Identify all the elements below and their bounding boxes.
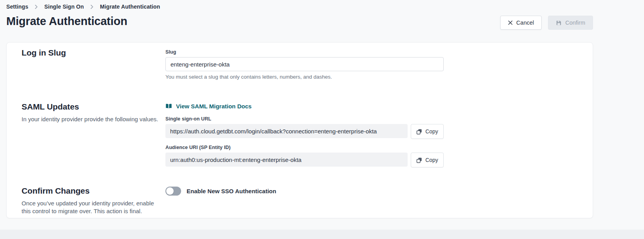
login-slug-heading: Log in Slug (22, 48, 165, 58)
section-confirm-changes: Confirm Changes Once you’ve updated your… (22, 186, 578, 216)
page-bottom-strip (0, 230, 644, 239)
audience-uri-field[interactable] (165, 153, 408, 167)
audience-uri-label: Audience URI (SP Entity ID) (165, 145, 578, 150)
view-saml-migration-docs-link[interactable]: View SAML Migration Docs (165, 103, 252, 110)
sso-url-label: Single sign-on URL (165, 116, 578, 122)
sso-url-field[interactable] (165, 124, 408, 138)
copy-icon (416, 157, 422, 163)
copy-button-label: Copy (425, 128, 438, 135)
open-book-icon (165, 104, 172, 109)
confirm-button[interactable]: Confirm (548, 16, 593, 30)
copy-button-label: Copy (425, 157, 438, 163)
copy-sso-url-button[interactable]: Copy (411, 124, 444, 139)
sso-url-row: Copy (165, 124, 578, 139)
section-login-slug: Log in Slug Slug You must select a slug … (22, 48, 578, 80)
slug-label: Slug (165, 49, 578, 55)
enable-sso-toggle-label: Enable New SSO Authentication (187, 188, 276, 194)
cancel-button-label: Cancel (516, 20, 534, 26)
page-header: Migrate Authentication Cancel Confirm (0, 10, 644, 30)
chevron-right-icon (34, 5, 38, 9)
slug-input[interactable] (165, 57, 444, 71)
saml-updates-description: In your identity provider provide the fo… (22, 115, 165, 123)
copy-icon (416, 129, 422, 135)
page-title: Migrate Authentication (6, 15, 127, 28)
save-icon (556, 20, 562, 26)
saml-updates-heading: SAML Updates (22, 102, 165, 111)
enable-sso-toggle-row: Enable New SSO Authentication (165, 187, 578, 196)
confirm-changes-heading: Confirm Changes (22, 186, 165, 196)
confirm-changes-description: Once you’ve updated your identity provid… (22, 199, 157, 216)
close-icon (508, 20, 513, 25)
section-saml-updates: SAML Updates In your identity provider p… (22, 102, 578, 167)
header-actions: Cancel Confirm (500, 16, 593, 30)
cancel-button[interactable]: Cancel (500, 16, 542, 30)
view-saml-migration-docs-label: View SAML Migration Docs (176, 103, 252, 110)
copy-audience-uri-button[interactable]: Copy (411, 153, 444, 167)
audience-uri-row: Copy (165, 153, 578, 167)
breadcrumb-settings[interactable]: Settings (6, 4, 28, 10)
breadcrumb-single-sign-on[interactable]: Single Sign On (44, 4, 84, 10)
topbar: Settings Single Sign On Migrate Authenti… (0, 0, 644, 10)
confirm-button-label: Confirm (565, 20, 585, 26)
breadcrumb: Settings Single Sign On Migrate Authenti… (6, 4, 638, 10)
enable-sso-toggle[interactable] (165, 187, 181, 196)
breadcrumb-migrate-authentication[interactable]: Migrate Authentication (100, 4, 160, 10)
migrate-authentication-card: Log in Slug Slug You must select a slug … (6, 42, 593, 218)
slug-help-text: You must select a slug that only contain… (165, 74, 578, 80)
toggle-knob (166, 187, 174, 195)
chevron-right-icon (90, 5, 94, 9)
